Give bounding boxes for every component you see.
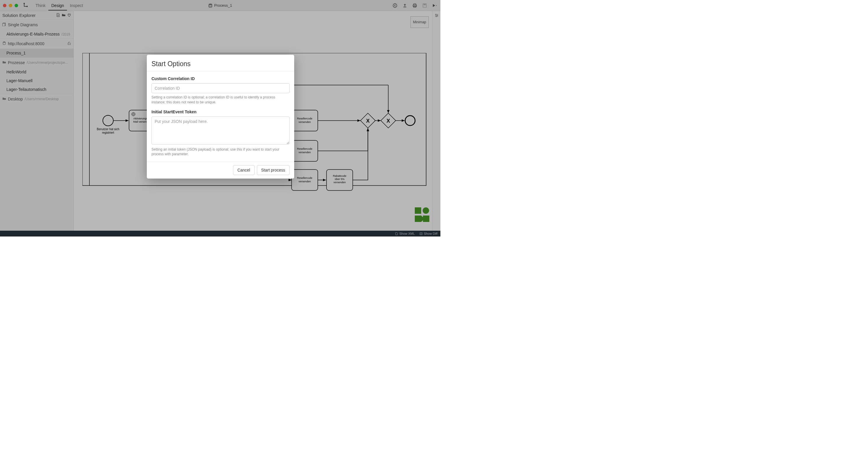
svg-rect-0	[24, 3, 25, 4]
svg-rect-7	[413, 6, 416, 7]
start-process-button[interactable]: Start process	[257, 165, 289, 175]
start-options-modal: Start Options Custom Correlation ID Sett…	[147, 55, 294, 179]
modal-title: Start Options	[147, 55, 294, 72]
svg-point-19	[103, 115, 113, 126]
app-icon	[23, 3, 28, 8]
sidebar-title: Solution Explorer	[2, 13, 35, 18]
section-path: /Users/rrrene/Desktop	[25, 97, 59, 101]
svg-text:registriert: registriert	[102, 131, 114, 134]
svg-point-14	[435, 14, 436, 15]
svg-text:Resellercode: Resellercode	[297, 117, 313, 120]
svg-rect-1	[27, 6, 28, 7]
sidebar-item-lager-teilautomatisch[interactable]: Lager-Teilautomatisch	[0, 85, 73, 94]
document-title-text: Process_1	[214, 3, 232, 7]
svg-text:Rabattcode: Rabattcode	[333, 175, 346, 177]
svg-point-50	[423, 207, 429, 214]
svg-rect-11	[3, 23, 5, 26]
save-icon	[422, 3, 427, 8]
svg-text:X: X	[366, 118, 370, 124]
svg-rect-4	[403, 7, 406, 7]
sidebar-item-lager-manuell[interactable]: Lager-Manuell	[0, 76, 73, 85]
item-label: Aktivierungs-E-Mails-Prozess	[6, 32, 60, 36]
statusbar: Show XML Show Diff	[0, 231, 440, 237]
minimize-window-button[interactable]	[9, 4, 12, 7]
section-label: Single Diagrams	[8, 23, 38, 27]
folder-icon	[2, 60, 6, 65]
titlebar-actions	[393, 3, 437, 8]
svg-text:versenden: versenden	[299, 180, 311, 183]
item-suffix: /2019	[61, 32, 70, 36]
sidebar-item-helloworld[interactable]: HelloWorld	[0, 68, 73, 76]
item-label: Lager-Teilautomatisch	[6, 87, 46, 92]
svg-text:Resellercode: Resellercode	[297, 147, 313, 150]
svg-point-3	[393, 3, 397, 7]
show-diff-label: Show Diff	[424, 232, 437, 235]
sidebar: Solution Explorer Single Diagrams Aktivi…	[0, 11, 74, 231]
item-label: HelloWorld	[6, 70, 26, 74]
tab-design[interactable]: Design	[48, 1, 67, 10]
token-input[interactable]	[152, 117, 289, 145]
svg-rect-49	[415, 207, 421, 214]
svg-text:versenden: versenden	[299, 121, 311, 123]
folder-icon	[2, 97, 6, 101]
svg-point-15	[437, 15, 438, 16]
close-window-button[interactable]	[3, 4, 6, 7]
tab-inspect[interactable]: Inspect	[67, 1, 86, 10]
svg-point-2	[209, 3, 212, 5]
sidebar-section-single-diagrams[interactable]: Single Diagrams	[0, 20, 73, 30]
sidebar-item-process-1[interactable]: Process_1	[0, 49, 73, 57]
sidebar-section-host[interactable]: http://localhost:8000	[0, 38, 73, 49]
svg-rect-51	[423, 216, 429, 222]
database-icon	[2, 41, 6, 46]
section-path: /Users/rrrene/projects/pe...	[27, 61, 68, 65]
svg-text:versenden: versenden	[334, 181, 346, 184]
token-label: Initial StartEvent Token	[152, 110, 289, 114]
minimap-toggle[interactable]: Minimap	[410, 16, 429, 28]
open-folder-icon[interactable]	[62, 13, 65, 18]
section-label: Prozesse	[8, 60, 25, 65]
section-label: http://localhost:8000	[8, 41, 44, 46]
maximize-window-button[interactable]	[14, 4, 18, 7]
back-icon[interactable]	[393, 3, 397, 8]
svg-text:versenden: versenden	[299, 151, 311, 154]
svg-rect-13	[68, 43, 70, 45]
item-label: Process_1	[6, 51, 26, 55]
sidebar-header: Solution Explorer	[0, 11, 73, 20]
svg-text:Resellercode: Resellercode	[297, 177, 313, 179]
svg-text:Benutzer hat sich: Benutzer hat sich	[97, 128, 119, 131]
correlation-id-input[interactable]	[152, 83, 289, 93]
svg-rect-9	[424, 4, 426, 5]
titlebar: Think Design Inspect Process_1	[0, 0, 440, 11]
unlock-icon[interactable]	[67, 41, 71, 46]
item-label: Lager-Manuell	[6, 79, 33, 83]
new-file-icon[interactable]	[56, 13, 60, 18]
print-icon[interactable]	[412, 3, 417, 8]
svg-text:über 5%: über 5%	[335, 178, 345, 181]
token-help: Setting an initial token (JSON payload) …	[152, 147, 289, 157]
sidebar-section-prozesse[interactable]: Prozesse /Users/rrrene/projects/pe...	[0, 57, 73, 68]
document-title: Process_1	[208, 3, 232, 7]
svg-text:X: X	[386, 118, 390, 124]
view-tabs: Think Design Inspect	[33, 1, 86, 10]
play-icon[interactable]	[432, 3, 437, 7]
properties-gutter[interactable]	[432, 11, 440, 231]
correlation-id-label: Custom Correlation ID	[152, 76, 289, 81]
cancel-button[interactable]: Cancel	[233, 165, 255, 175]
sidebar-item-aktivierungs[interactable]: Aktivierungs-E-Mails-Prozess /2019	[0, 30, 73, 38]
brand-logo	[415, 207, 429, 222]
database-icon	[208, 3, 212, 7]
window-controls	[3, 4, 18, 7]
show-diff-button[interactable]: Show Diff	[420, 232, 437, 235]
show-xml-button[interactable]: Show XML	[395, 232, 415, 235]
tab-think[interactable]: Think	[33, 1, 48, 10]
sidebar-section-desktop[interactable]: Desktop /Users/rrrene/Desktop	[0, 94, 73, 104]
svg-point-16	[436, 16, 437, 17]
show-xml-label: Show XML	[399, 232, 415, 235]
correlation-id-help: Setting a correlation ID is optional; a …	[152, 95, 289, 105]
upload-icon[interactable]	[403, 3, 407, 8]
svg-point-12	[3, 42, 5, 42]
diagrams-icon	[2, 23, 6, 27]
section-label: Desktop	[8, 97, 23, 101]
svg-point-48	[405, 116, 415, 126]
plug-icon[interactable]	[67, 13, 71, 18]
